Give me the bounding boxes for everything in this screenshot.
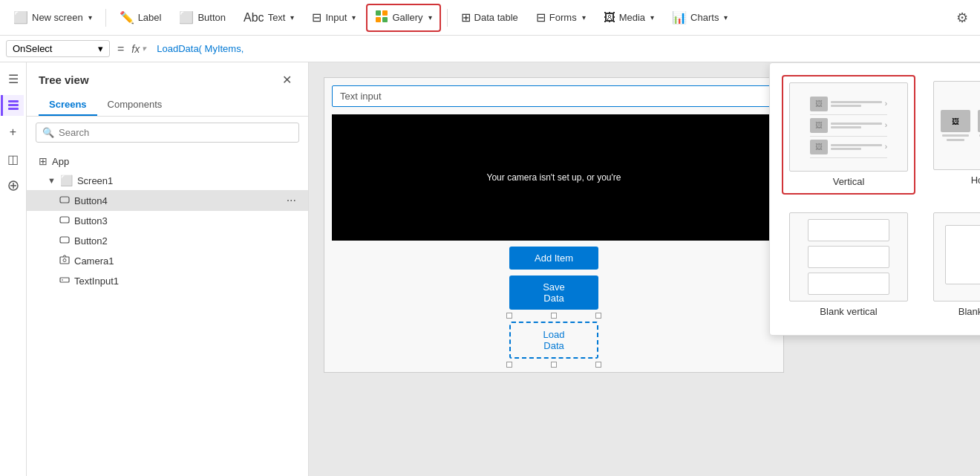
tree-close-button[interactable]: ✕ xyxy=(278,71,296,88)
tree-item-camera1[interactable]: Camera1 xyxy=(27,251,308,271)
gallery-thumb-blank-horizontal xyxy=(933,212,980,301)
gallery-thumb-blank-vertical xyxy=(789,212,908,301)
formula-input[interactable]: LoadData( MyItems, xyxy=(151,42,974,56)
sidebar-icons: ☰ + ◫ xyxy=(0,62,27,476)
button4-icon xyxy=(59,195,70,207)
button2-label: Button2 xyxy=(74,235,108,247)
svg-rect-2 xyxy=(376,17,381,22)
svg-rect-6 xyxy=(8,108,19,110)
fx-button[interactable]: fx ▾ xyxy=(131,43,146,55)
tree-item-button2[interactable]: Button2 xyxy=(27,231,308,251)
forms-label: Forms xyxy=(549,12,577,23)
text-button[interactable]: Abc Text ▾ xyxy=(236,7,301,29)
camera1-label: Camera1 xyxy=(74,255,114,267)
handle-tc[interactable] xyxy=(551,313,557,319)
gallery-vertical-label: Vertical xyxy=(833,176,865,187)
load-btn-container: Load Data xyxy=(509,316,598,365)
svg-rect-4 xyxy=(8,100,19,102)
media-button[interactable]: 🖼 Media ▾ xyxy=(596,7,662,29)
svg-rect-3 xyxy=(382,17,388,22)
text-input-placeholder: Text input xyxy=(340,91,382,102)
input-button[interactable]: ⊟ Input ▾ xyxy=(304,6,363,29)
text-chevron: ▾ xyxy=(290,13,294,22)
add-icon-btn[interactable]: + xyxy=(3,122,24,143)
add-item-button[interactable]: Add Item xyxy=(509,247,598,270)
svg-rect-1 xyxy=(382,10,388,16)
handle-bl[interactable] xyxy=(506,362,512,368)
svg-rect-13 xyxy=(60,257,69,264)
gallery-button[interactable]: Gallery ▾ xyxy=(366,4,440,32)
h-img-1: 🖼 xyxy=(941,110,970,132)
load-data-button[interactable]: Load Data xyxy=(509,322,598,359)
save-data-button[interactable]: Save Data xyxy=(509,276,598,310)
data-table-button[interactable]: ⊞ Data table xyxy=(454,6,526,29)
new-screen-button[interactable]: ⬜ New screen ▾ xyxy=(6,6,99,29)
tab-components[interactable]: Components xyxy=(97,94,173,116)
forms-chevron: ▾ xyxy=(582,13,586,22)
formula-bar: OnSelect ▾ = fx ▾ LoadData( MyItems, xyxy=(0,36,980,62)
handle-br[interactable] xyxy=(595,362,601,368)
new-screen-chevron: ▾ xyxy=(88,13,92,22)
label-icon: ✏️ xyxy=(120,10,134,25)
button-button[interactable]: ⬜ Button xyxy=(172,6,233,29)
tree-items: ⊞ App ▼ ⬜ Screen1 Button4 ··· xyxy=(27,149,308,476)
search-icon: 🔍 xyxy=(42,127,54,138)
tree-item-screen1[interactable]: ▼ ⬜ Screen1 xyxy=(27,171,308,190)
textinput1-icon xyxy=(59,275,70,287)
button-icon: ⬜ xyxy=(179,10,194,25)
main-layout: ☰ + ◫ Tree view ✕ Screens Components 🔍 ⊞… xyxy=(0,62,980,476)
property-dropdown[interactable]: OnSelect ▾ xyxy=(6,40,110,57)
plugin-icon-btn[interactable] xyxy=(3,175,24,196)
settings-icon[interactable]: ⚙ xyxy=(950,6,974,30)
forms-button[interactable]: ⊟ Forms ▾ xyxy=(529,6,593,29)
svg-rect-12 xyxy=(60,237,69,243)
tree-view-icon-btn[interactable] xyxy=(1,95,24,116)
formula-text: LoadData( MyItems, xyxy=(157,43,244,54)
gallery-blank-horizontal-label: Blank horizontal xyxy=(958,306,980,317)
gallery-option-blank-vertical[interactable]: Blank vertical xyxy=(782,206,915,323)
tab-screens[interactable]: Screens xyxy=(39,94,97,116)
handle-tl[interactable] xyxy=(506,313,512,319)
gallery-img-2: 🖼 xyxy=(810,118,828,133)
button-label: Button xyxy=(197,12,226,23)
media-icon: 🖼 xyxy=(604,11,615,25)
media-chevron: ▾ xyxy=(650,13,654,22)
camera-view: Your camera isn't set up, or you're xyxy=(332,114,776,241)
gallery-chevron: ▾ xyxy=(428,13,432,22)
tree-item-textinput1[interactable]: TextInput1 xyxy=(27,271,308,291)
text-input-field[interactable]: Text input xyxy=(332,85,776,107)
equals-sign: = xyxy=(114,42,127,56)
camera1-icon xyxy=(59,255,70,267)
gallery-grid: 🖼 › 🖼 › 🖼 xyxy=(782,75,980,323)
hamburger-icon-btn[interactable]: ☰ xyxy=(3,68,24,89)
property-dropdown-chevron: ▾ xyxy=(98,43,103,54)
tree-item-button3[interactable]: Button3 xyxy=(27,211,308,231)
button4-more[interactable]: ··· xyxy=(287,194,296,207)
tree-tabs: Screens Components xyxy=(27,94,308,117)
tree-item-app[interactable]: ⊞ App xyxy=(27,151,308,171)
screen1-label: Screen1 xyxy=(77,175,113,186)
app-icon: ⊞ xyxy=(39,155,48,167)
media-label: Media xyxy=(619,12,645,23)
fx-label: fx xyxy=(131,43,140,55)
search-input[interactable] xyxy=(59,127,293,138)
label-label: Label xyxy=(138,12,162,23)
label-button[interactable]: ✏️ Label xyxy=(112,6,169,29)
charts-button[interactable]: 📊 Charts ▾ xyxy=(664,6,735,29)
data-table-icon: ⊞ xyxy=(461,10,471,25)
tree-item-button4[interactable]: Button4 ··· xyxy=(27,190,308,211)
new-screen-label: New screen xyxy=(32,12,83,23)
gallery-option-vertical[interactable]: 🖼 › 🖼 › 🖼 xyxy=(782,75,915,195)
handle-bc[interactable] xyxy=(551,362,557,368)
tree-title: Tree view xyxy=(39,74,89,86)
tree-header: Tree view ✕ xyxy=(27,62,308,94)
gallery-option-blank-horizontal[interactable]: Blank horizontal xyxy=(927,206,980,323)
gallery-option-horizontal[interactable]: 🖼 🖼 🖼 xyxy=(927,75,980,195)
add-item-wrapper: Add Item xyxy=(324,247,783,270)
input-chevron: ▾ xyxy=(352,13,356,22)
handle-tr[interactable] xyxy=(595,313,601,319)
layers-icon-btn[interactable]: ◫ xyxy=(3,149,24,169)
divider-2 xyxy=(447,9,448,27)
fx-chevron: ▾ xyxy=(142,44,146,53)
gallery-img-3: 🖼 xyxy=(810,140,828,154)
